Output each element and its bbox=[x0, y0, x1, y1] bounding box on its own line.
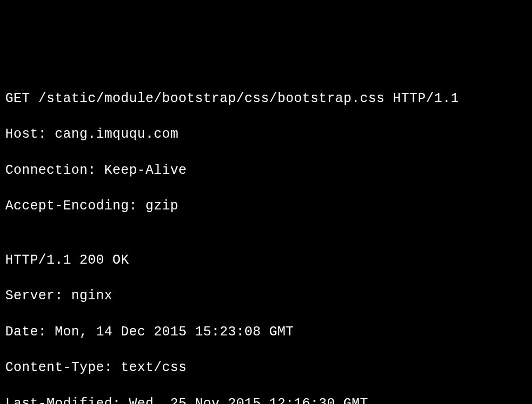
http-request-header: Accept-Encoding: gzip bbox=[5, 197, 527, 215]
http-response-status: HTTP/1.1 200 OK bbox=[5, 251, 527, 270]
http-response-header: Last-Modified: Wed, 25 Nov 2015 12:16:30… bbox=[5, 395, 527, 405]
http-request-header: Connection: Keep-Alive bbox=[5, 162, 527, 180]
http-request-line: GET /static/module/bootstrap/css/bootstr… bbox=[5, 90, 527, 108]
http-response-header: Content-Type: text/css bbox=[5, 359, 527, 377]
http-response-header: Date: Mon, 14 Dec 2015 15:23:08 GMT bbox=[5, 323, 527, 341]
http-request-header: Host: cang.imququ.com bbox=[5, 125, 527, 144]
http-response-header: Server: nginx bbox=[5, 287, 527, 305]
terminal-output: GET /static/module/bootstrap/css/bootstr… bbox=[5, 72, 527, 404]
